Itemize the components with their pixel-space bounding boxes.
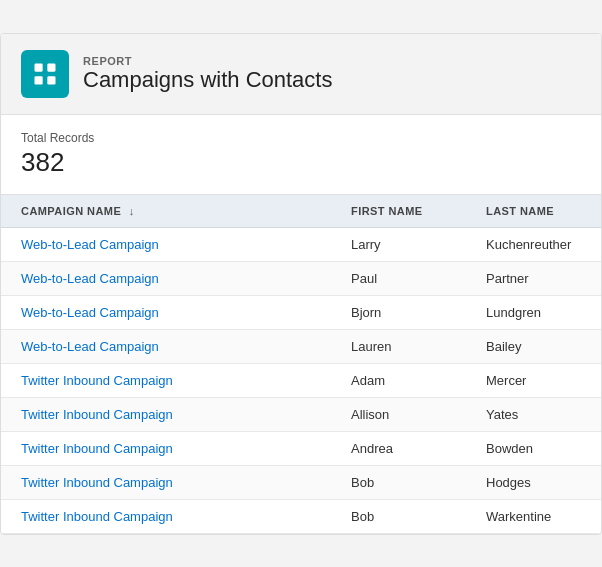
report-header: REPORT Campaigns with Contacts (1, 34, 601, 115)
cell-campaign-name[interactable]: Twitter Inbound Campaign (1, 465, 331, 499)
col-last-name[interactable]: LAST NAME (466, 195, 601, 228)
table-row[interactable]: Twitter Inbound CampaignAllisonYates (1, 397, 601, 431)
report-label: REPORT (83, 55, 332, 67)
cell-campaign-name[interactable]: Web-to-Lead Campaign (1, 261, 331, 295)
cell-first-name: Larry (331, 227, 466, 261)
cell-last-name: Bowden (466, 431, 601, 465)
cell-last-name: Mercer (466, 363, 601, 397)
table-row[interactable]: Web-to-Lead CampaignLarryKuchenreuther (1, 227, 601, 261)
cell-first-name: Bob (331, 499, 466, 533)
cell-campaign-name[interactable]: Web-to-Lead Campaign (1, 227, 331, 261)
col-campaign-name-label: CAMPAIGN NAME (21, 205, 121, 217)
table-row[interactable]: Web-to-Lead CampaignPaulPartner (1, 261, 601, 295)
cell-campaign-name[interactable]: Twitter Inbound Campaign (1, 431, 331, 465)
cell-first-name: Adam (331, 363, 466, 397)
table-row[interactable]: Web-to-Lead CampaignLaurenBailey (1, 329, 601, 363)
report-table: CAMPAIGN NAME ↓ FIRST NAME LAST NAME Web… (1, 195, 601, 534)
cell-first-name: Paul (331, 261, 466, 295)
cell-campaign-name[interactable]: Twitter Inbound Campaign (1, 363, 331, 397)
svg-rect-1 (47, 63, 55, 71)
cell-last-name: Partner (466, 261, 601, 295)
cell-first-name: Bjorn (331, 295, 466, 329)
report-title: Campaigns with Contacts (83, 67, 332, 93)
svg-rect-0 (35, 63, 43, 71)
report-table-container: CAMPAIGN NAME ↓ FIRST NAME LAST NAME Web… (1, 195, 601, 534)
cell-last-name: Yates (466, 397, 601, 431)
table-body: Web-to-Lead CampaignLarryKuchenreutherWe… (1, 227, 601, 533)
cell-campaign-name[interactable]: Web-to-Lead Campaign (1, 329, 331, 363)
svg-rect-2 (35, 76, 43, 84)
cell-first-name: Andrea (331, 431, 466, 465)
table-header-row: CAMPAIGN NAME ↓ FIRST NAME LAST NAME (1, 195, 601, 228)
cell-last-name: Bailey (466, 329, 601, 363)
cell-campaign-name[interactable]: Twitter Inbound Campaign (1, 499, 331, 533)
stats-label: Total Records (21, 131, 581, 145)
report-icon (21, 50, 69, 98)
cell-first-name: Lauren (331, 329, 466, 363)
stats-section: Total Records 382 (1, 115, 601, 195)
col-first-name[interactable]: FIRST NAME (331, 195, 466, 228)
table-row[interactable]: Web-to-Lead CampaignBjornLundgren (1, 295, 601, 329)
cell-campaign-name[interactable]: Twitter Inbound Campaign (1, 397, 331, 431)
report-card: REPORT Campaigns with Contacts Total Rec… (0, 33, 602, 535)
svg-rect-3 (47, 76, 55, 84)
table-row[interactable]: Twitter Inbound CampaignBobHodges (1, 465, 601, 499)
cell-campaign-name[interactable]: Web-to-Lead Campaign (1, 295, 331, 329)
cell-last-name: Warkentine (466, 499, 601, 533)
report-header-text: REPORT Campaigns with Contacts (83, 55, 332, 93)
table-row[interactable]: Twitter Inbound CampaignAdamMercer (1, 363, 601, 397)
sort-descending-icon[interactable]: ↓ (129, 205, 135, 217)
table-row[interactable]: Twitter Inbound CampaignAndreaBowden (1, 431, 601, 465)
cell-first-name: Allison (331, 397, 466, 431)
cell-first-name: Bob (331, 465, 466, 499)
table-header: CAMPAIGN NAME ↓ FIRST NAME LAST NAME (1, 195, 601, 228)
cell-last-name: Kuchenreuther (466, 227, 601, 261)
cell-last-name: Hodges (466, 465, 601, 499)
col-campaign-name[interactable]: CAMPAIGN NAME ↓ (1, 195, 331, 228)
cell-last-name: Lundgren (466, 295, 601, 329)
stats-value: 382 (21, 147, 581, 178)
table-row[interactable]: Twitter Inbound CampaignBobWarkentine (1, 499, 601, 533)
